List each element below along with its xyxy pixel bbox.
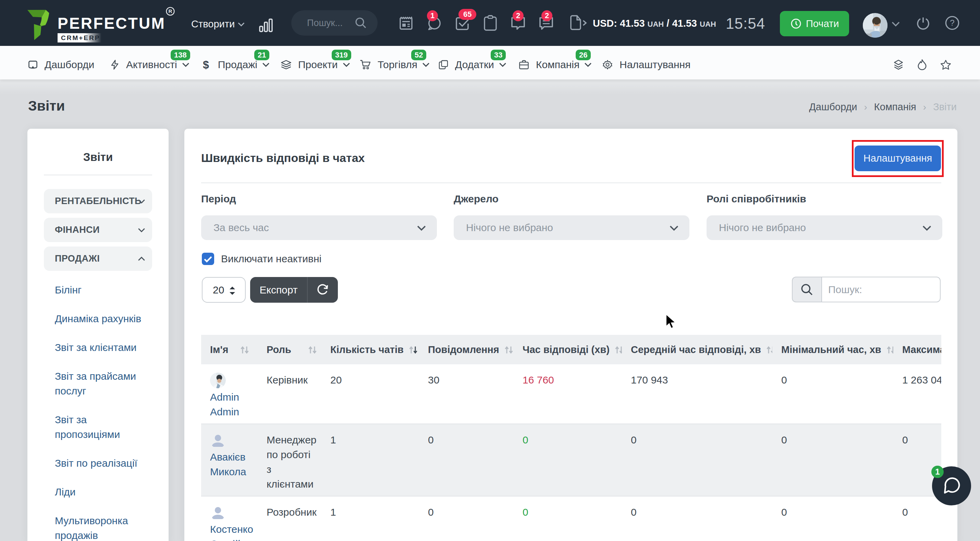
svg-text:R: R bbox=[169, 8, 172, 14]
svg-text:?: ? bbox=[950, 18, 954, 27]
